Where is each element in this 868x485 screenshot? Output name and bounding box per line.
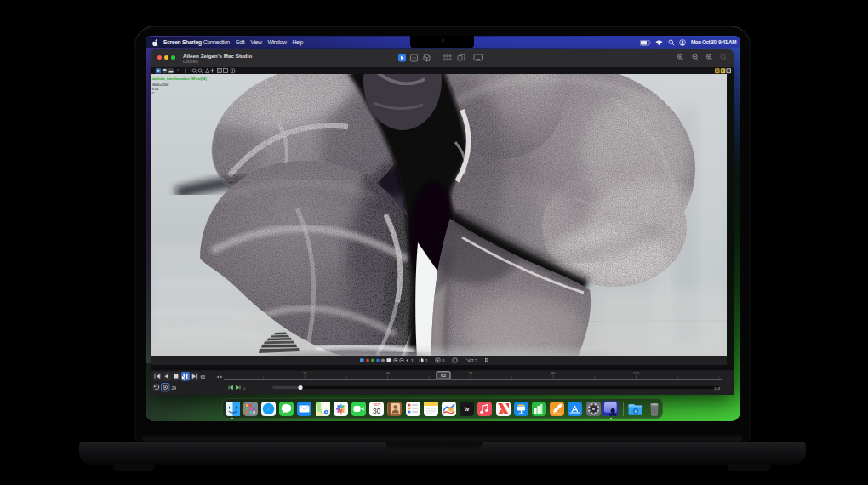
svg-text:48: 48 (385, 370, 390, 374)
svg-text:63: 63 (201, 374, 206, 379)
svg-text:24: 24 (303, 370, 307, 374)
svg-text:0: 0 (443, 358, 445, 363)
svg-text:tv: tv (465, 406, 470, 412)
svg-text:96: 96 (551, 370, 556, 374)
svg-text:OCT: OCT (374, 403, 380, 407)
svg-text:63: 63 (441, 373, 446, 378)
svg-text:24: 24 (172, 385, 177, 390)
svg-text:120: 120 (633, 370, 640, 374)
svg-text:‹: ‹ (177, 67, 179, 73)
svg-text:72: 72 (469, 370, 473, 374)
svg-text:1: 1 (425, 358, 428, 363)
svg-text:1: 1 (411, 358, 414, 363)
svg-text:30: 30 (373, 407, 381, 414)
svg-text:2.2: 2.2 (471, 358, 477, 363)
svg-text:143: 143 (714, 385, 721, 390)
